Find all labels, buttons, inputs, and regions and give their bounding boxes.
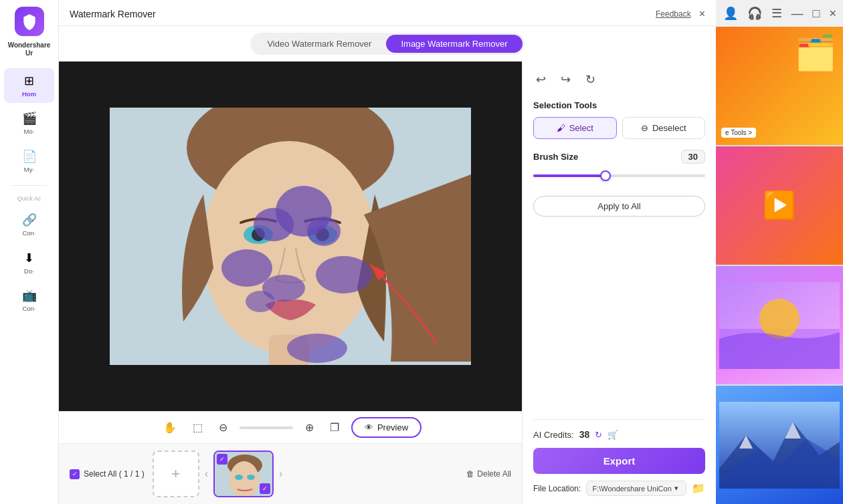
- ad-visual-4: [719, 402, 840, 489]
- select-all-area[interactable]: ✓ Select All ( 1 / 1 ): [70, 469, 145, 479]
- app-logo: [15, 7, 44, 36]
- reset-button[interactable]: ↻: [583, 70, 598, 90]
- con1-icon: 🔗: [22, 213, 37, 227]
- hand-tool-button[interactable]: ✋: [159, 418, 181, 436]
- tab-image[interactable]: Image Watermark Remover: [386, 35, 522, 53]
- svg-point-22: [235, 475, 243, 480]
- file-location-row: File Location: F:\Wondershare UniCon ▾ 📁: [533, 481, 705, 496]
- ad-card-3[interactable]: [716, 266, 843, 384]
- sidebar-divider: [11, 185, 46, 186]
- tab-video[interactable]: Video Watermark Remover: [252, 35, 386, 53]
- title-bar-right: Feedback ×: [656, 8, 705, 20]
- brush-slider[interactable]: [533, 174, 705, 177]
- face-svg: [110, 108, 471, 365]
- ad-card-2[interactable]: ▶️: [716, 146, 843, 265]
- export-button[interactable]: Export: [533, 448, 705, 474]
- sidebar-label-download: Do·: [24, 267, 34, 275]
- panel-toolbar: ↩ ↪ ↻: [533, 70, 705, 90]
- thumbnails-list: + ‹ ✓: [153, 451, 459, 497]
- select-all-checkbox[interactable]: ✓: [70, 469, 80, 479]
- title-bar: Watermark Remover Feedback ×: [59, 0, 716, 26]
- movie-icon: 🎬: [22, 111, 37, 126]
- brush-slider-container: [533, 169, 705, 182]
- sidebar-item-my[interactable]: 📄 My·: [4, 144, 54, 178]
- ad-icon-1: 🗂️: [795, 33, 836, 72]
- sidebar-label-con2: Con·: [22, 305, 35, 312]
- tab-group: Video Watermark Remover Image Watermark …: [250, 33, 524, 55]
- canvas-area[interactable]: [59, 61, 522, 411]
- select-all-label: Select All ( 1 / 1 ): [84, 469, 145, 479]
- svg-point-2: [202, 141, 376, 355]
- minimize-window-icon[interactable]: —: [791, 7, 804, 21]
- svg-point-15: [287, 334, 347, 363]
- sidebar-label-my: My·: [24, 166, 34, 173]
- chevron-down-icon: ▾: [674, 484, 678, 493]
- headphone-icon[interactable]: 🎧: [747, 6, 762, 21]
- ad-card-1[interactable]: 🗂️ e Tools >: [716, 27, 843, 145]
- ad-card-4[interactable]: [716, 386, 843, 504]
- add-image-button[interactable]: +: [153, 451, 199, 497]
- feedback-link[interactable]: Feedback: [656, 9, 691, 19]
- canvas-image: [110, 108, 471, 365]
- user-icon[interactable]: 👤: [723, 6, 738, 21]
- svg-point-23: [247, 475, 255, 480]
- thumbnail-bar: ✓ Select All ( 1 / 1 ) + ‹ ✓: [59, 443, 522, 504]
- ad-visual-3: [719, 282, 840, 369]
- ai-credits-count: 38: [579, 429, 590, 440]
- sidebar-item-con2[interactable]: 📺 Con·: [4, 283, 54, 318]
- sidebar-item-movie[interactable]: 🎬 Mo·: [4, 106, 54, 140]
- selection-buttons: 🖌 Select ⊖ Deselect: [533, 117, 705, 139]
- select-button[interactable]: 🖌 Select: [533, 117, 617, 139]
- zoom-in-button[interactable]: ⊕: [301, 418, 318, 436]
- svg-point-26: [759, 299, 800, 339]
- close-button[interactable]: ×: [699, 8, 705, 20]
- window-title: Watermark Remover: [70, 9, 156, 19]
- deselect-button[interactable]: ⊖ Deselect: [622, 117, 706, 139]
- preview-button[interactable]: 👁 Preview: [351, 417, 421, 438]
- canvas-section: ✋ ⬚ ⊖ ⊕ ❐ 👁 Preview ✓ Select All ( 1 /: [59, 61, 522, 504]
- cart-icon[interactable]: 🛒: [607, 430, 618, 440]
- refresh-credits-icon[interactable]: ↻: [595, 430, 602, 440]
- delete-all-button[interactable]: 🗑 Delete All: [466, 469, 511, 479]
- thumb-check: ✓: [217, 454, 227, 465]
- title-bar-left: Watermark Remover: [70, 9, 156, 19]
- apply-all-button[interactable]: Apply to All: [533, 196, 705, 217]
- brush-slider-fill: [533, 174, 605, 177]
- canvas-toolbar: ✋ ⬚ ⊖ ⊕ ❐ 👁 Preview: [59, 411, 522, 443]
- layers-button[interactable]: ❐: [326, 418, 343, 436]
- brush-slider-thumb[interactable]: [600, 170, 611, 181]
- ads-section: 👤 🎧 ☰ — □ × 🗂️ e Tools > ▶️: [716, 0, 843, 504]
- sidebar-nav: ⊞ Hom 🎬 Mo· 📄 My· Quick Ac 🔗 Con· ⬇ Do·: [0, 68, 58, 318]
- thumbnail-item[interactable]: ✓ ✓: [213, 451, 274, 497]
- sidebar: Wondershare Ur ⊞ Hom 🎬 Mo· 📄 My· Quick A…: [0, 0, 59, 504]
- panel-bottom: AI Credits: 38 ↻ 🛒 Export File Location:…: [533, 419, 705, 496]
- main-window: Watermark Remover Feedback × Video Water…: [59, 0, 716, 504]
- select-tool-button[interactable]: ⬚: [189, 418, 207, 436]
- thumb-next-button[interactable]: ›: [279, 468, 282, 480]
- thumb-badge: ✓: [260, 483, 270, 494]
- sidebar-item-con1[interactable]: 🔗 Con·: [4, 207, 54, 242]
- sidebar-label-home: Hom: [22, 90, 36, 98]
- sidebar-item-home[interactable]: ⊞ Hom: [4, 68, 54, 103]
- zoom-out-button[interactable]: ⊖: [215, 418, 231, 436]
- download-icon: ⬇: [24, 251, 34, 265]
- file-path-selector[interactable]: F:\Wondershare UniCon ▾: [586, 481, 686, 496]
- sidebar-label-con1: Con·: [22, 229, 35, 237]
- folder-browse-button[interactable]: 📁: [692, 482, 705, 495]
- close-window-icon[interactable]: ×: [829, 7, 836, 21]
- zoom-slider[interactable]: [240, 426, 293, 429]
- svg-point-12: [316, 256, 372, 293]
- sidebar-item-download[interactable]: ⬇ Do·: [4, 245, 54, 280]
- maximize-window-icon[interactable]: □: [813, 7, 820, 21]
- thumb-prev-button[interactable]: ‹: [205, 468, 208, 480]
- svg-point-11: [221, 249, 272, 287]
- brush-size-row: Brush Size 30: [533, 150, 705, 164]
- redo-button[interactable]: ↪: [558, 70, 573, 90]
- undo-button[interactable]: ↩: [533, 70, 549, 90]
- tab-bar: Video Watermark Remover Image Watermark …: [59, 26, 716, 61]
- ad-icon-2: ▶️: [763, 190, 796, 221]
- con2-icon: 📺: [22, 288, 37, 303]
- menu-icon[interactable]: ☰: [771, 6, 782, 21]
- selection-tools-label: Selection Tools: [533, 100, 705, 110]
- quick-access-label: Quick Ac: [0, 193, 58, 205]
